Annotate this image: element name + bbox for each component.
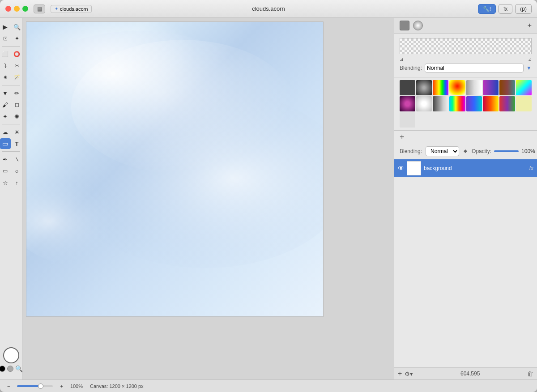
minimize-button[interactable] [14,6,20,12]
arrow-draw-button[interactable]: ↑ [12,177,22,188]
zoom-minus-button[interactable]: − [7,383,10,389]
svg-point-0 [26,31,264,174]
rect-shape-button[interactable]: ▭ [0,138,11,149]
separator-4 [2,151,20,152]
swatch-fire[interactable] [483,96,499,111]
gradient-swatch-button[interactable] [413,21,423,30]
gradient-preview[interactable] [400,38,532,54]
arrow-tool-button[interactable]: ▶ [0,21,11,32]
swatch-warm-colors[interactable] [499,80,515,95]
gradient-handle-left[interactable]: ⊿ [400,57,403,62]
magic-wand-button[interactable]: ✷ [0,72,11,83]
circle-draw-button[interactable]: ○ [12,166,22,176]
pencil-button[interactable]: ✏ [12,88,22,98]
tool-row-2: ⊡ ✦ [0,33,22,44]
tool-row-5: ✷ 🪄 [0,72,22,83]
magnetic-lasso-button[interactable]: ✂ [12,60,22,71]
opacity-slider[interactable] [494,150,519,152]
right-panel: + ⊿ ⊿ Blending: Normal Multiply Sc [394,18,537,379]
swatch-yellow[interactable] [516,96,532,111]
tool-row-9: ☁ ☀ [0,127,22,137]
blending-label: Blending: [400,65,422,71]
text-button[interactable]: T [12,138,22,149]
layer-add-button[interactable]: + [398,370,402,378]
rect-select-button[interactable]: ⬜ [0,49,11,60]
tab-label: clouds.acorn [60,6,88,12]
layer-visibility-icon[interactable]: 👁 [398,165,404,172]
canvas-wrapper [26,21,390,317]
svg-point-1 [62,89,324,268]
swatch-cool[interactable] [466,96,482,111]
swatch-gray-grad[interactable] [433,96,448,111]
layer-fx-button[interactable]: fx [529,165,533,171]
p-button[interactable]: (p) [515,4,532,14]
gradient-blending-select[interactable]: Normal Multiply Screen Overlay [425,64,524,72]
foreground-color[interactable] [0,366,5,372]
separator-3 [2,124,20,124]
stamp-button[interactable]: ✦ [0,111,11,122]
gradient-handles: ⊿ ⊿ [400,57,532,62]
gradient-handle-right[interactable]: ⊿ [528,57,532,62]
add-swatch-button[interactable]: + [400,132,405,142]
blending-stepper-icon[interactable] [463,149,468,154]
swatch-dark[interactable] [400,80,415,95]
zoom-tool-button[interactable]: 🔍 [12,21,22,32]
transform-tool-button[interactable]: ✦ [12,33,22,44]
svg-point-2 [26,152,183,268]
ellipse-select-button[interactable]: ⭕ [12,49,22,60]
panel-add-button[interactable]: + [528,21,532,30]
canvas-size-label: Canvas: 1200 × 1200 px [90,383,144,389]
swatch-purple-blue[interactable] [483,80,499,95]
layer-delete-button[interactable]: 🗑 [527,370,533,377]
swatch-rgb[interactable] [499,96,515,111]
crop-tool-button[interactable]: ⊡ [0,33,11,44]
stroke-fill-indicator[interactable] [3,347,19,363]
sun-brush-button[interactable]: ☀ [12,127,22,137]
swatch-bright-colors[interactable] [516,80,532,95]
swatch-rainbow[interactable] [449,96,465,111]
zoom-slider[interactable] [17,385,53,387]
layer-list: 👁 background fx [394,159,537,367]
pen-tool-button[interactable]: ✒ [0,154,11,165]
swatch-radial-dark[interactable] [416,80,432,95]
close-button[interactable] [5,6,11,12]
swatch-light-grad[interactable] [466,80,482,95]
swatch-spectrum[interactable] [433,80,448,95]
brush-button[interactable]: 🖌 [0,99,11,110]
window-title: clouds.acorn [252,5,285,12]
eraser-button[interactable]: ◻ [12,99,22,110]
color-picker-button[interactable]: 🪄 [12,72,22,83]
background-color[interactable] [7,366,13,372]
swatch-white-gray[interactable] [416,96,432,111]
gradient-section: ⊿ ⊿ Blending: Normal Multiply Screen Ove… [394,34,537,77]
paint-bucket-button[interactable]: ▼ [0,88,11,98]
heal-button[interactable]: ✺ [12,111,22,122]
title-text: clouds.acorn [252,5,285,12]
layer-blending-select[interactable]: Normal Multiply Screen [426,146,459,156]
swatch-radial-warm[interactable] [449,80,465,95]
tool-row-7: 🖌 ◻ [0,99,22,110]
fx-button[interactable]: fx [499,4,512,14]
zoom-plus-button[interactable]: + [60,383,63,389]
sidebar-toggle-button[interactable]: ▤ [34,4,45,13]
layer-item[interactable]: 👁 background fx [394,159,537,177]
lasso-tool-button[interactable]: ⤵ [0,60,11,71]
document-tab[interactable]: ✦ clouds.acorn [51,5,92,13]
swatch-light-gray[interactable] [400,112,415,128]
swatch-magenta[interactable] [400,96,415,111]
tools-button[interactable]: 🔧! [478,4,496,14]
tool-row-12: ▭ ○ [0,166,22,176]
maximize-button[interactable] [22,6,28,12]
layer-bottom-bar: + ⚙▾ 604,595 🗑 [394,367,537,379]
tool-row-13: ☆ ↑ [0,177,22,188]
zoom-icon[interactable]: 🔍 [15,365,23,372]
rect-draw-button[interactable]: ▭ [0,166,11,176]
star-tool-button[interactable]: ☆ [0,177,11,188]
cloud-brush-button[interactable]: ☁ [0,127,11,137]
tool-row-6: ▼ ✏ [0,88,22,98]
zoom-percent: 100% [70,383,83,389]
toolbar: ▶ 🔍 ⊡ ✦ ⬜ ⭕ ⤵ ✂ ✷ 🪄 ▼ ✏ [0,18,22,379]
canvas[interactable] [26,21,324,317]
layer-settings-button[interactable]: ⚙▾ [405,371,413,377]
solid-swatch-button[interactable] [400,21,409,30]
